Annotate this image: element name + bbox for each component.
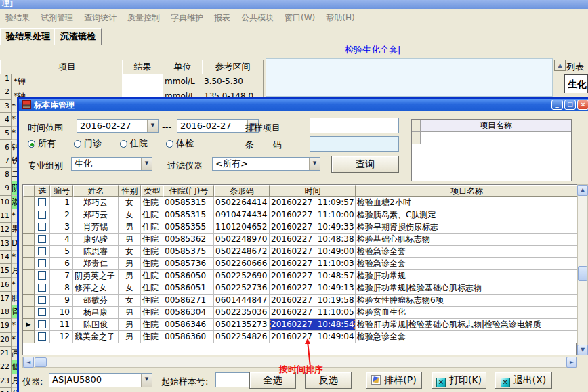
grid-header-3[interactable]: 姓名 bbox=[73, 185, 119, 197]
grid-header-1[interactable]: 选 bbox=[35, 185, 50, 197]
grid-cell-barcode[interactable]: 0502248970 bbox=[214, 234, 270, 246]
row-indicator[interactable] bbox=[23, 258, 35, 270]
grid-cell-barcode[interactable]: 0502248672 bbox=[214, 246, 270, 258]
grid-cell-barcode[interactable]: 0502252736 bbox=[214, 282, 270, 295]
scroll-up-icon[interactable]: ▲ bbox=[554, 60, 566, 71]
grid-cell-no[interactable]: 11 bbox=[50, 319, 73, 331]
grid-cell-time[interactable]: 20160227 10:48:57 bbox=[270, 270, 356, 282]
grid-cell-type[interactable]: 住院 bbox=[141, 270, 163, 282]
grid-cell-sex[interactable]: 男 bbox=[119, 221, 141, 234]
grid-row-5[interactable]: 5陈思睿女住院00585375050224867220160227 10:49:… bbox=[23, 246, 576, 258]
grid-cell-no[interactable]: 9 bbox=[50, 295, 73, 307]
grid-cell-name[interactable]: 郑巧云 bbox=[73, 197, 119, 209]
grid-cell-items[interactable]: 检验急诊全套 bbox=[356, 331, 578, 343]
checkbox-icon[interactable] bbox=[38, 223, 46, 231]
scroll-left-icon[interactable]: ◄ bbox=[23, 357, 34, 368]
menu-item-3[interactable]: 查询统计 bbox=[79, 9, 122, 26]
assay-set-link[interactable]: 检验生化全套| bbox=[345, 44, 400, 56]
tab-sediment-exam[interactable]: 沉渣镜检 bbox=[54, 28, 102, 45]
row-indicator[interactable] bbox=[23, 246, 35, 258]
grid-cell-no[interactable]: 4 bbox=[50, 234, 73, 246]
grid-row-10[interactable]: 10杨昌康男住院00586304050223503620160227 11:10… bbox=[23, 307, 576, 319]
grid-cell-barcode[interactable]: 0502260666 bbox=[214, 258, 270, 270]
grid-cell-hosp_no[interactable]: 00586271 bbox=[163, 295, 214, 307]
grid-cell-sex[interactable]: 女 bbox=[119, 246, 141, 258]
grid-cell-name[interactable]: 陈思睿 bbox=[73, 246, 119, 258]
checkbox-icon[interactable] bbox=[38, 235, 46, 243]
row-checkbox-cell[interactable] bbox=[35, 234, 50, 246]
grid-row-1[interactable]: 1郑巧云女住院00585315050226441420160227 11:09:… bbox=[23, 197, 576, 209]
grid-cell-name[interactable]: 郑巧云 bbox=[73, 209, 119, 221]
row-indicator[interactable] bbox=[23, 295, 35, 307]
grid-cell-name[interactable]: 康弘骏 bbox=[73, 234, 119, 246]
grid-cell-name[interactable]: 邵敏芬 bbox=[73, 295, 119, 307]
grid-cell-items[interactable]: 检验早期肾损伤尿标志 bbox=[356, 221, 578, 234]
grid-cell-hosp_no[interactable]: 00586346 bbox=[163, 319, 214, 331]
menu-item-5[interactable]: 字典维护 bbox=[165, 9, 209, 26]
grid-cell-hosp_no[interactable]: 00585355 bbox=[163, 221, 214, 234]
grid-cell-name[interactable]: 肖芳锡 bbox=[73, 221, 119, 234]
menu-item-1[interactable]: 验结果 bbox=[0, 9, 35, 26]
grid-cell-sex[interactable]: 男 bbox=[119, 270, 141, 282]
row-checkbox-cell[interactable] bbox=[35, 221, 50, 234]
grid-cell-sex[interactable]: 男 bbox=[119, 258, 141, 270]
grid-cell-sex[interactable]: 男 bbox=[119, 319, 141, 331]
grid-cell-sex[interactable]: 男 bbox=[119, 307, 141, 319]
group-tab-biochem[interactable]: 生化 bbox=[564, 74, 588, 93]
grid-cell-sex[interactable]: 男 bbox=[119, 331, 141, 343]
grid-cell-barcode[interactable]: 0601444847 bbox=[214, 295, 270, 307]
grid-cell-hosp_no[interactable]: 00585736 bbox=[163, 258, 214, 270]
scroll-right-icon[interactable]: ► bbox=[566, 357, 577, 368]
row-indicator[interactable] bbox=[23, 307, 35, 319]
grid-cell-type[interactable]: 住院 bbox=[141, 319, 163, 331]
grid-cell-time[interactable]: 20160227 10:49:33 bbox=[270, 221, 356, 234]
grid-row-4[interactable]: 4康弘骏男住院00585362050224897020160227 10:48:… bbox=[23, 234, 576, 246]
radio-all[interactable]: 所有 bbox=[28, 139, 56, 148]
grid-row-9[interactable]: 9邵敏芬女住院00586271060144484720160227 10:19:… bbox=[23, 295, 576, 307]
vscroll-thumb[interactable] bbox=[578, 266, 587, 281]
grid-cell-no[interactable]: 3 bbox=[50, 221, 73, 234]
minimize-icon[interactable]: _ bbox=[551, 100, 563, 110]
grid-row-6[interactable]: 6郑贵仁男住院00585736050226066620160227 11:10:… bbox=[23, 258, 576, 270]
grid-cell-time[interactable]: 20160227 10:48:38 bbox=[270, 234, 356, 246]
grid-cell-time[interactable]: 20160227 10:49:04 bbox=[270, 331, 356, 343]
row-checkbox-cell[interactable] bbox=[35, 282, 50, 295]
grid-cell-time[interactable]: 20160227 11:10:03 bbox=[270, 258, 356, 270]
barcode-input[interactable] bbox=[310, 136, 399, 152]
grid-cell-name[interactable]: 杨昌康 bbox=[73, 307, 119, 319]
chevron-down-icon[interactable]: ▼ bbox=[309, 158, 320, 170]
grid-cell-sex[interactable]: 女 bbox=[119, 295, 141, 307]
close-icon[interactable]: × bbox=[577, 100, 588, 110]
grid-cell-items[interactable]: 检验急诊全套 bbox=[356, 258, 578, 270]
grid-cell-name[interactable]: 阴勇英之子 bbox=[73, 270, 119, 282]
row-checkbox-cell[interactable] bbox=[35, 307, 50, 319]
grid-cell-items[interactable]: 检验肝功常规|检验基础心肌标志物|检验急诊电解质 bbox=[356, 319, 578, 331]
grid-cell-time[interactable]: 20160227 11:10:05 bbox=[270, 307, 356, 319]
grid-cell-name[interactable]: 陈国俊 bbox=[73, 319, 119, 331]
checkbox-icon[interactable] bbox=[38, 284, 46, 292]
bg-cell-result[interactable] bbox=[122, 74, 163, 89]
radio-physical[interactable]: 体检 bbox=[166, 139, 194, 148]
grid-cell-sex[interactable]: 女 bbox=[119, 197, 141, 209]
chevron-down-icon[interactable]: ▼ bbox=[147, 120, 158, 132]
checkbox-icon[interactable] bbox=[38, 211, 46, 219]
checkbox-icon[interactable] bbox=[38, 271, 46, 280]
grid-cell-type[interactable]: 住院 bbox=[141, 258, 163, 270]
bg-cell-item[interactable]: *钾 bbox=[12, 74, 123, 89]
grid-cell-no[interactable]: 6 bbox=[50, 258, 73, 270]
grid-cell-barcode[interactable]: 0502252690 bbox=[214, 270, 270, 282]
grid-cell-hosp_no[interactable]: 00585375 bbox=[163, 246, 214, 258]
grid-cell-name[interactable]: 魏美金之子 bbox=[73, 331, 119, 343]
grid-cell-name[interactable]: 修萍之女 bbox=[73, 282, 119, 295]
row-indicator[interactable] bbox=[23, 234, 35, 246]
grid-row-11[interactable]: ▶11陈国俊男住院00586346050213527320160227 10:4… bbox=[23, 319, 576, 331]
checkbox-icon[interactable] bbox=[38, 247, 46, 255]
grid-cell-type[interactable]: 住院 bbox=[141, 209, 163, 221]
dialog-titlebar[interactable]: 标本库管理 _ □ × bbox=[19, 99, 588, 111]
print-button[interactable]: ✕打印(K) bbox=[432, 372, 486, 389]
grid-cell-items[interactable]: 检验血糖2小时 bbox=[356, 197, 578, 209]
grid-cell-type[interactable]: 住院 bbox=[141, 246, 163, 258]
grid-cell-barcode[interactable]: 0502235036 bbox=[214, 307, 270, 319]
grid-cell-sex[interactable]: 女 bbox=[119, 209, 141, 221]
row-indicator[interactable]: ▶ bbox=[23, 319, 35, 331]
